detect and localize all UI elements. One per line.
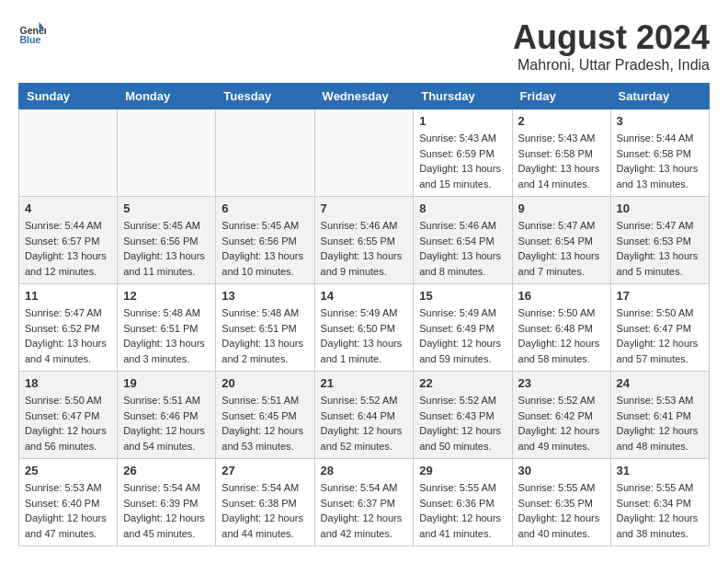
- calendar-week-4: 18Sunrise: 5:50 AMSunset: 6:47 PMDayligh…: [19, 372, 710, 459]
- day-number: 13: [222, 289, 308, 303]
- calendar-week-1: 1Sunrise: 5:43 AMSunset: 6:59 PMDaylight…: [19, 109, 710, 197]
- col-wednesday: Wednesday: [314, 84, 414, 109]
- day-number: 24: [617, 376, 703, 390]
- col-friday: Friday: [512, 84, 610, 109]
- day-number: 10: [617, 201, 703, 215]
- day-number: 21: [321, 376, 408, 390]
- col-monday: Monday: [118, 84, 216, 109]
- calendar-table: Sunday Monday Tuesday Wednesday Thursday…: [18, 83, 710, 546]
- calendar-cell-w1-d7: 3Sunrise: 5:44 AMSunset: 6:58 PMDaylight…: [610, 109, 709, 197]
- day-number: 9: [518, 201, 605, 215]
- day-info: Sunrise: 5:45 AMSunset: 6:56 PMDaylight:…: [222, 218, 308, 279]
- day-number: 23: [518, 376, 605, 390]
- calendar-cell-w3-d7: 17Sunrise: 5:50 AMSunset: 6:47 PMDayligh…: [610, 284, 709, 372]
- calendar-cell-w1-d4: [314, 109, 414, 197]
- day-number: 11: [25, 289, 111, 303]
- day-info: Sunrise: 5:47 AMSunset: 6:54 PMDaylight:…: [518, 218, 605, 279]
- day-number: 25: [25, 464, 111, 477]
- col-tuesday: Tuesday: [216, 84, 314, 109]
- calendar-cell-w4-d5: 22Sunrise: 5:52 AMSunset: 6:43 PMDayligh…: [414, 372, 512, 459]
- calendar-week-2: 4Sunrise: 5:44 AMSunset: 6:57 PMDaylight…: [19, 197, 710, 284]
- day-number: 14: [321, 289, 408, 303]
- subtitle: Mahroni, Uttar Pradesh, India: [513, 57, 710, 74]
- col-saturday: Saturday: [610, 84, 709, 109]
- day-info: Sunrise: 5:52 AMSunset: 6:44 PMDaylight:…: [321, 393, 408, 454]
- day-info: Sunrise: 5:55 AMSunset: 6:34 PMDaylight:…: [617, 480, 703, 541]
- calendar-cell-w3-d1: 11Sunrise: 5:47 AMSunset: 6:52 PMDayligh…: [19, 284, 118, 372]
- day-info: Sunrise: 5:48 AMSunset: 6:51 PMDaylight:…: [222, 305, 308, 366]
- day-info: Sunrise: 5:49 AMSunset: 6:49 PMDaylight:…: [419, 305, 506, 366]
- calendar-cell-w3-d5: 15Sunrise: 5:49 AMSunset: 6:49 PMDayligh…: [414, 284, 512, 372]
- svg-text:Blue: Blue: [20, 34, 41, 45]
- calendar-header-row: Sunday Monday Tuesday Wednesday Thursday…: [19, 84, 710, 109]
- day-number: 30: [518, 464, 605, 477]
- calendar-cell-w3-d4: 14Sunrise: 5:49 AMSunset: 6:50 PMDayligh…: [314, 284, 414, 372]
- day-number: 27: [222, 464, 308, 477]
- calendar-cell-w2-d2: 5Sunrise: 5:45 AMSunset: 6:56 PMDaylight…: [118, 197, 216, 284]
- day-info: Sunrise: 5:50 AMSunset: 6:48 PMDaylight:…: [518, 305, 605, 366]
- calendar-cell-w2-d3: 6Sunrise: 5:45 AMSunset: 6:56 PMDaylight…: [216, 197, 314, 284]
- logo: General Blue: [18, 18, 46, 46]
- day-info: Sunrise: 5:46 AMSunset: 6:55 PMDaylight:…: [321, 218, 408, 279]
- calendar-cell-w5-d2: 26Sunrise: 5:54 AMSunset: 6:39 PMDayligh…: [118, 459, 216, 546]
- calendar-cell-w2-d6: 9Sunrise: 5:47 AMSunset: 6:54 PMDaylight…: [512, 197, 610, 284]
- title-area: August 2024 Mahroni, Uttar Pradesh, Indi…: [513, 18, 710, 74]
- calendar-cell-w1-d3: [216, 109, 314, 197]
- calendar-cell-w4-d6: 23Sunrise: 5:52 AMSunset: 6:42 PMDayligh…: [512, 372, 610, 459]
- calendar-cell-w2-d5: 8Sunrise: 5:46 AMSunset: 6:54 PMDaylight…: [414, 197, 512, 284]
- calendar-cell-w3-d2: 12Sunrise: 5:48 AMSunset: 6:51 PMDayligh…: [118, 284, 216, 372]
- day-info: Sunrise: 5:46 AMSunset: 6:54 PMDaylight:…: [419, 218, 506, 279]
- day-number: 5: [123, 201, 210, 215]
- day-info: Sunrise: 5:51 AMSunset: 6:45 PMDaylight:…: [222, 393, 308, 454]
- day-info: Sunrise: 5:43 AMSunset: 6:59 PMDaylight:…: [419, 131, 506, 191]
- day-number: 12: [123, 289, 210, 303]
- day-number: 2: [518, 114, 605, 128]
- day-info: Sunrise: 5:47 AMSunset: 6:53 PMDaylight:…: [617, 218, 703, 279]
- day-info: Sunrise: 5:50 AMSunset: 6:47 PMDaylight:…: [617, 305, 703, 366]
- day-info: Sunrise: 5:55 AMSunset: 6:36 PMDaylight:…: [419, 480, 506, 541]
- day-number: 4: [25, 201, 111, 215]
- calendar-cell-w4-d3: 20Sunrise: 5:51 AMSunset: 6:45 PMDayligh…: [216, 372, 314, 459]
- day-number: 16: [518, 289, 605, 303]
- day-number: 17: [617, 289, 703, 303]
- day-number: 3: [617, 114, 703, 128]
- day-info: Sunrise: 5:44 AMSunset: 6:57 PMDaylight:…: [25, 218, 111, 279]
- calendar-cell-w5-d4: 28Sunrise: 5:54 AMSunset: 6:37 PMDayligh…: [314, 459, 414, 546]
- day-info: Sunrise: 5:55 AMSunset: 6:35 PMDaylight:…: [518, 480, 605, 541]
- day-number: 20: [222, 376, 308, 390]
- calendar-cell-w4-d1: 18Sunrise: 5:50 AMSunset: 6:47 PMDayligh…: [19, 372, 118, 459]
- day-number: 18: [25, 376, 111, 390]
- day-info: Sunrise: 5:48 AMSunset: 6:51 PMDaylight:…: [123, 305, 210, 366]
- calendar-cell-w5-d5: 29Sunrise: 5:55 AMSunset: 6:36 PMDayligh…: [414, 459, 512, 546]
- day-number: 31: [617, 464, 703, 477]
- calendar-cell-w1-d1: [19, 109, 118, 197]
- calendar-cell-w4-d2: 19Sunrise: 5:51 AMSunset: 6:46 PMDayligh…: [118, 372, 216, 459]
- calendar-cell-w2-d1: 4Sunrise: 5:44 AMSunset: 6:57 PMDaylight…: [19, 197, 118, 284]
- day-info: Sunrise: 5:47 AMSunset: 6:52 PMDaylight:…: [25, 305, 111, 366]
- day-info: Sunrise: 5:51 AMSunset: 6:46 PMDaylight:…: [123, 393, 210, 454]
- col-thursday: Thursday: [414, 84, 512, 109]
- day-number: 6: [222, 201, 308, 215]
- day-number: 15: [419, 289, 506, 303]
- calendar-cell-w3-d6: 16Sunrise: 5:50 AMSunset: 6:48 PMDayligh…: [512, 284, 610, 372]
- calendar-cell-w3-d3: 13Sunrise: 5:48 AMSunset: 6:51 PMDayligh…: [216, 284, 314, 372]
- day-number: 28: [321, 464, 408, 477]
- calendar-cell-w1-d6: 2Sunrise: 5:43 AMSunset: 6:58 PMDaylight…: [512, 109, 610, 197]
- calendar-cell-w5-d6: 30Sunrise: 5:55 AMSunset: 6:35 PMDayligh…: [512, 459, 610, 546]
- day-info: Sunrise: 5:45 AMSunset: 6:56 PMDaylight:…: [123, 218, 210, 279]
- calendar-cell-w1-d5: 1Sunrise: 5:43 AMSunset: 6:59 PMDaylight…: [414, 109, 512, 197]
- day-number: 19: [123, 376, 210, 390]
- calendar-cell-w2-d4: 7Sunrise: 5:46 AMSunset: 6:55 PMDaylight…: [314, 197, 414, 284]
- calendar-cell-w5-d3: 27Sunrise: 5:54 AMSunset: 6:38 PMDayligh…: [216, 459, 314, 546]
- calendar-cell-w4-d4: 21Sunrise: 5:52 AMSunset: 6:44 PMDayligh…: [314, 372, 414, 459]
- day-info: Sunrise: 5:54 AMSunset: 6:39 PMDaylight:…: [123, 480, 210, 541]
- day-number: 22: [419, 376, 506, 390]
- day-info: Sunrise: 5:52 AMSunset: 6:42 PMDaylight:…: [518, 393, 605, 454]
- day-number: 1: [419, 114, 506, 128]
- day-info: Sunrise: 5:53 AMSunset: 6:41 PMDaylight:…: [617, 393, 703, 454]
- calendar-cell-w5-d1: 25Sunrise: 5:53 AMSunset: 6:40 PMDayligh…: [19, 459, 118, 546]
- day-info: Sunrise: 5:53 AMSunset: 6:40 PMDaylight:…: [25, 480, 111, 541]
- day-info: Sunrise: 5:52 AMSunset: 6:43 PMDaylight:…: [419, 393, 506, 454]
- day-number: 26: [123, 464, 210, 477]
- calendar-cell-w2-d7: 10Sunrise: 5:47 AMSunset: 6:53 PMDayligh…: [610, 197, 709, 284]
